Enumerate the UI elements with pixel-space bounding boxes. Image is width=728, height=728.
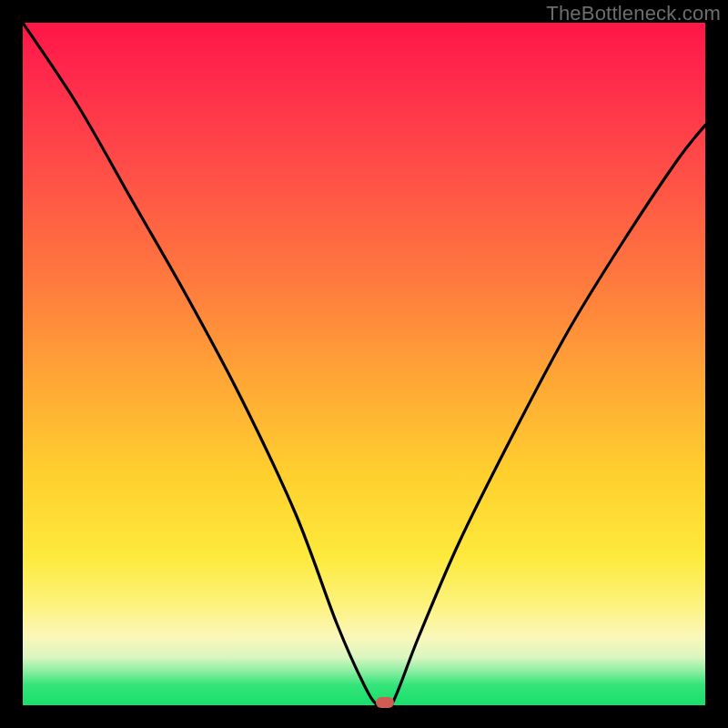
plot-area xyxy=(23,23,705,705)
bottleneck-curve xyxy=(23,23,705,705)
chart-frame: TheBottleneck.com xyxy=(0,0,728,728)
optimum-marker xyxy=(376,697,394,708)
watermark-text: TheBottleneck.com xyxy=(546,2,721,25)
